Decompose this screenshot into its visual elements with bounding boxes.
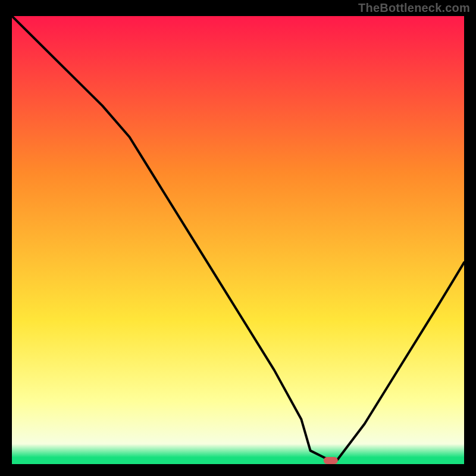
bottleneck-plot (12, 16, 464, 464)
optimal-point-marker (324, 457, 338, 464)
watermark-text: TheBottleneck.com (358, 1, 470, 15)
chart-frame: TheBottleneck.com (0, 0, 476, 476)
